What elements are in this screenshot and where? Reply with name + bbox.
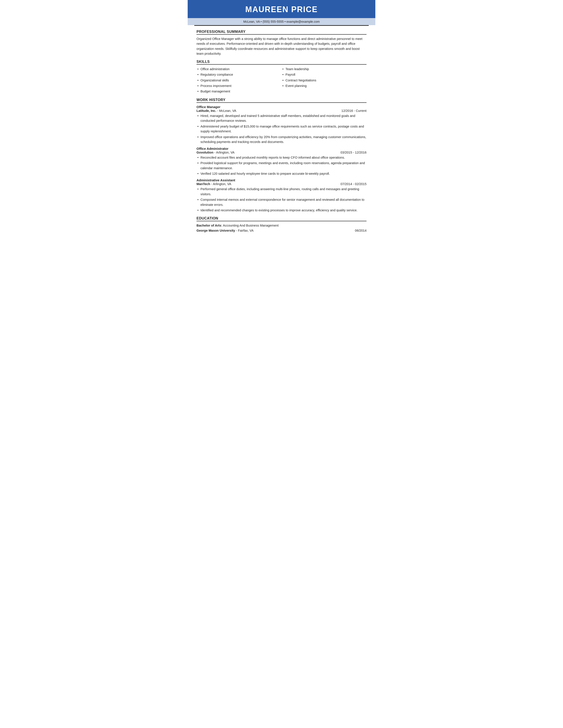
professional-summary-title: PROFESSIONAL SUMMARY xyxy=(196,30,367,35)
work-history-section: WORK HISTORY Office Manager Latitude, In… xyxy=(196,98,367,213)
job-company-1: Govolution - Arlington, VA xyxy=(196,151,234,154)
list-item: Team leadership xyxy=(282,66,367,72)
job-title-0: Office Manager xyxy=(196,105,367,109)
education-title: EDUCATION xyxy=(196,216,367,221)
list-item: Provided logistical support for programs… xyxy=(196,161,367,171)
list-item: Process improvement xyxy=(196,83,282,89)
job-bullets-0: Hired, managed, developed and trained 5 … xyxy=(196,113,367,144)
education-school-row: George Mason University - Fairfax, VA 06… xyxy=(196,228,367,233)
job-bullets-1: Reconciled account files and produced mo… xyxy=(196,155,367,176)
job-company-name-2: ManTech xyxy=(196,182,210,186)
list-item: Contract Negotiations xyxy=(282,78,367,83)
list-item: Identified and recommended changes to ex… xyxy=(196,208,367,213)
job-company-name-1: Govolution xyxy=(196,151,213,154)
list-item: Budget management xyxy=(196,89,282,94)
list-item: Improved office operations and efficienc… xyxy=(196,135,367,144)
job-company-name-0: Latitude, Inc. xyxy=(196,109,216,113)
job-dates-1: 03/2015 - 12/2016 xyxy=(341,151,367,154)
job-title-1: Office Administrator xyxy=(196,147,367,150)
list-item: Performed general office duties, includi… xyxy=(196,187,367,197)
job-dates-2: 07/2014 - 02/2015 xyxy=(341,182,367,186)
resume-body: PROFESSIONAL SUMMARY Organized Office Ma… xyxy=(188,26,375,243)
edu-degree: Bachelor of Arts xyxy=(196,224,221,227)
job-title-2: Administrative Assistant xyxy=(196,178,367,182)
candidate-name: MAUREEN PRICE xyxy=(196,5,367,14)
skills-right-list: Team leadership Payroll Contract Negotia… xyxy=(282,66,367,89)
job-company-0: Latitude, Inc. - McLean, VA xyxy=(196,109,236,113)
list-item: Payroll xyxy=(282,72,367,77)
header-contact-bar: McLean, VA • (555) 555-5555 • example@ex… xyxy=(188,18,375,25)
education-section: EDUCATION Bachelor of Arts: Accounting A… xyxy=(196,216,367,233)
job-company-location-1: - Arlington, VA xyxy=(214,151,235,154)
skills-section: SKILLS Office administration Regulatory … xyxy=(196,60,367,94)
skills-left-list: Office administration Regulatory complia… xyxy=(196,66,282,94)
skills-left-column: Office administration Regulatory complia… xyxy=(196,66,282,94)
job-company-location-2: - Arlington, VA xyxy=(211,182,231,186)
list-item: Verified 120 salaried and hourly employe… xyxy=(196,171,367,176)
list-item: Regulatory compliance xyxy=(196,72,282,77)
list-item: Administered yearly budget of $15,000 to… xyxy=(196,124,367,134)
education-degree-row: Bachelor of Arts: Accounting And Busines… xyxy=(196,223,367,228)
skills-right-column: Team leadership Payroll Contract Negotia… xyxy=(282,66,367,94)
job-subtitle-row-0: Latitude, Inc. - McLean, VA 12/2016 - Cu… xyxy=(196,109,367,113)
job-company-2: ManTech - Arlington, VA xyxy=(196,182,231,186)
edu-school-name: George Mason University xyxy=(196,229,235,232)
professional-summary-section: PROFESSIONAL SUMMARY Organized Office Ma… xyxy=(196,30,367,56)
skills-title: SKILLS xyxy=(196,60,367,65)
job-company-location-0: - McLean, VA xyxy=(217,109,236,113)
job-bullets-2: Performed general office duties, includi… xyxy=(196,187,367,213)
professional-summary-text: Organized Office Manager with a strong a… xyxy=(196,36,367,56)
edu-school: George Mason University - Fairfax, VA xyxy=(196,228,253,233)
contact-info: McLean, VA • (555) 555-5555 • example@ex… xyxy=(243,20,320,23)
job-subtitle-row-2: ManTech - Arlington, VA 07/2014 - 02/201… xyxy=(196,182,367,186)
list-item: Hired, managed, developed and trained 5 … xyxy=(196,113,367,123)
list-item: Organizational skills xyxy=(196,78,282,83)
job-subtitle-row-1: Govolution - Arlington, VA 03/2015 - 12/… xyxy=(196,151,367,154)
edu-degree-field: : Accounting And Business Management xyxy=(221,224,278,227)
edu-school-location: - Fairfax, VA xyxy=(235,229,254,232)
work-history-title: WORK HISTORY xyxy=(196,98,367,103)
list-item: Reconciled account files and produced mo… xyxy=(196,155,367,160)
edu-date: 06/2014 xyxy=(355,228,367,233)
list-item: Office administration xyxy=(196,66,282,72)
list-item: Event planning xyxy=(282,83,367,89)
header-name-bar: MAUREEN PRICE xyxy=(188,0,375,18)
job-dates-0: 12/2016 - Current xyxy=(341,109,367,113)
skills-columns: Office administration Regulatory complia… xyxy=(196,66,367,94)
list-item: Composed internal memos and external cor… xyxy=(196,197,367,207)
